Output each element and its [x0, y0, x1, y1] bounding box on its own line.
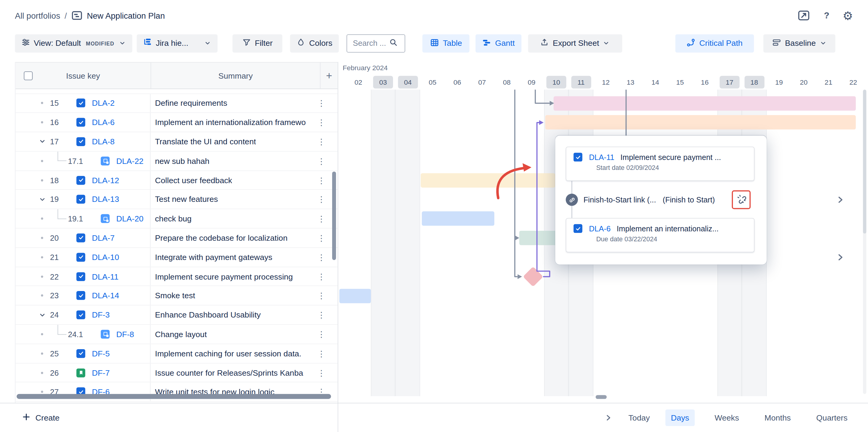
hierarchy-selector-button[interactable]: Jira hie... — [137, 34, 218, 53]
issue-key-link[interactable]: DLA-10 — [92, 253, 119, 262]
issue-key-link[interactable]: DLA-14 — [92, 291, 119, 300]
gantt-bar[interactable] — [339, 289, 371, 303]
link-source-card[interactable]: DLA-11 Implement secure payment ... Star… — [566, 147, 754, 181]
collapse-chevron-icon[interactable] — [38, 196, 46, 203]
critical-path-button[interactable]: Critical Path — [675, 34, 754, 53]
gantt-view-button[interactable]: Gantt — [476, 34, 521, 53]
help-icon[interactable]: ? — [824, 10, 830, 21]
gantt-horizontal-scrollbar[interactable] — [595, 395, 607, 399]
milestone-diamond[interactable] — [523, 267, 544, 287]
row-menu-button[interactable]: ⋮ — [317, 118, 326, 127]
baseline-button[interactable]: Baseline — [764, 34, 835, 53]
row-menu-button[interactable]: ⋮ — [317, 137, 326, 146]
table-row[interactable]: 15DLA-2Define requirements⋮ — [16, 94, 338, 113]
table-row[interactable]: 19DLA-13Test new features⋮ — [16, 190, 338, 209]
today-button[interactable]: Today — [628, 413, 650, 422]
row-menu-button[interactable]: ⋮ — [317, 99, 326, 107]
issue-key-link[interactable]: DF-8 — [116, 330, 134, 339]
gantt-bar[interactable] — [519, 231, 561, 245]
issue-key-link[interactable]: DLA-2 — [92, 99, 115, 107]
issue-key-link[interactable]: DLA-8 — [92, 137, 115, 146]
collapse-chevron-icon[interactable] — [38, 138, 46, 145]
fullscreen-icon[interactable] — [798, 9, 811, 22]
row-menu-button[interactable]: ⋮ — [317, 292, 326, 300]
issue-key-cell: 21DLA-10 — [16, 248, 150, 267]
zoom-days-button[interactable]: Days — [665, 409, 695, 426]
expand-row-chevron[interactable] — [835, 195, 845, 207]
table-view-button[interactable]: Table — [423, 34, 470, 53]
table-row[interactable]: 22DLA-11Implement secure payment process… — [16, 267, 338, 287]
table-row[interactable]: 27DF-6Write unit tests for new login log… — [16, 383, 338, 402]
gantt-bar[interactable] — [545, 115, 856, 130]
issue-key-link[interactable]: DLA-20 — [116, 214, 144, 223]
page-title: New Application Plan — [87, 11, 165, 20]
link-target-card[interactable]: DLA-6 Implement an internationaliz... Du… — [566, 218, 754, 253]
issue-key-link[interactable]: DF-7 — [92, 368, 110, 377]
row-menu-button[interactable]: ⋮ — [317, 311, 326, 319]
collapse-chevron-icon[interactable] — [38, 311, 46, 319]
colors-label: Colors — [309, 39, 333, 47]
zoom-weeks-button[interactable]: Weeks — [709, 409, 745, 426]
settings-gear-icon[interactable]: ⚙ — [843, 10, 853, 22]
table-row[interactable]: 19.1DLA-20check bug⋮ — [16, 209, 338, 229]
row-menu-button[interactable]: ⋮ — [317, 330, 326, 339]
column-header-summary[interactable]: Summary — [151, 63, 320, 89]
search-input[interactable] — [353, 39, 390, 47]
issue-key-header-label: Issue key — [66, 71, 100, 80]
row-menu-button[interactable]: ⋮ — [317, 349, 326, 358]
search-icon[interactable] — [390, 38, 398, 48]
view-selector-button[interactable]: View: Default MODIFIED — [15, 34, 133, 53]
table-row[interactable]: 18DLA-12Collect user feedback⋮ — [16, 171, 338, 190]
link-label: Finish-to-Start link (... — [584, 196, 656, 204]
table-row[interactable]: 17.1DLA-22new sub hahah⋮ — [16, 152, 338, 171]
issue-key-link[interactable]: DLA-22 — [116, 156, 144, 165]
gantt-bar[interactable] — [421, 173, 555, 188]
issue-key-link[interactable]: DF-5 — [92, 349, 110, 358]
issue-key-link[interactable]: DLA-13 — [92, 195, 119, 204]
table-row[interactable]: 26DF-7Issue counter for Releases/Sprints… — [16, 363, 338, 383]
colors-button[interactable]: Colors — [290, 34, 339, 53]
zoom-months-button[interactable]: Months — [759, 409, 796, 426]
row-menu-button[interactable]: ⋮ — [317, 368, 326, 377]
row-menu-button[interactable]: ⋮ — [317, 234, 326, 242]
table-row[interactable]: 20DLA-7Prepare the codebase for localiza… — [16, 229, 338, 248]
row-menu-button[interactable]: ⋮ — [317, 176, 326, 185]
row-menu-button[interactable]: ⋮ — [317, 195, 326, 204]
row-menu-button[interactable]: ⋮ — [317, 253, 326, 262]
table-horizontal-scrollbar[interactable] — [17, 394, 331, 399]
gantt-view-label: Gantt — [495, 39, 515, 47]
zoom-quarters-button[interactable]: Quarters — [811, 409, 853, 426]
filter-button[interactable]: Filter — [233, 34, 282, 53]
gantt-vertical-scrollbar[interactable] — [863, 90, 866, 394]
breadcrumb-all-portfolios[interactable]: All portfolios — [15, 11, 60, 20]
gantt-bar[interactable] — [422, 211, 494, 226]
gantt-bar[interactable] — [554, 96, 856, 110]
issue-key-link[interactable]: DF-3 — [92, 310, 110, 319]
row-menu-button[interactable]: ⋮ — [317, 157, 326, 165]
issue-key-link[interactable]: DLA-6 — [589, 225, 611, 233]
row-menu-button[interactable]: ⋮ — [317, 214, 326, 223]
create-button[interactable]: Create — [22, 413, 59, 423]
issue-grid: Issue key Summary + 15DLA-2Define requir… — [15, 62, 338, 403]
table-row[interactable]: 21DLA-10Integrate with payment gateways⋮ — [16, 248, 338, 267]
select-all-checkbox[interactable] — [24, 71, 33, 80]
expand-row-chevron[interactable] — [835, 253, 845, 265]
table-row[interactable]: 16DLA-6Implement an internationalization… — [16, 113, 338, 132]
issue-key-link[interactable]: DLA-6 — [92, 118, 115, 127]
issue-key-link[interactable]: DLA-11 — [92, 272, 119, 281]
export-sheet-button[interactable]: Export Sheet — [528, 34, 622, 53]
issue-key-link[interactable]: DLA-7 — [92, 233, 115, 242]
table-row[interactable]: 25DF-5Implement caching for user session… — [16, 344, 338, 363]
table-vertical-scrollbar[interactable] — [332, 171, 336, 260]
table-row[interactable]: 23DLA-14Smoke test⋮ — [16, 286, 338, 305]
column-header-issue-key[interactable]: Issue key — [16, 71, 150, 80]
add-column-button[interactable]: + — [320, 63, 338, 89]
table-row[interactable]: 24DF-3Enhance Dashboard Usability⋮ — [16, 305, 338, 325]
issue-key-link[interactable]: DLA-11 — [589, 153, 614, 162]
unlink-icon[interactable] — [737, 194, 746, 206]
table-row[interactable]: 24.1DF-8Change layout⋮ — [16, 325, 338, 344]
issue-key-link[interactable]: DLA-12 — [92, 176, 119, 185]
table-row[interactable]: 17DLA-8Translate the UI and content⋮ — [16, 132, 338, 152]
timeline-nav-chevron[interactable] — [604, 413, 613, 422]
row-menu-button[interactable]: ⋮ — [317, 272, 326, 281]
